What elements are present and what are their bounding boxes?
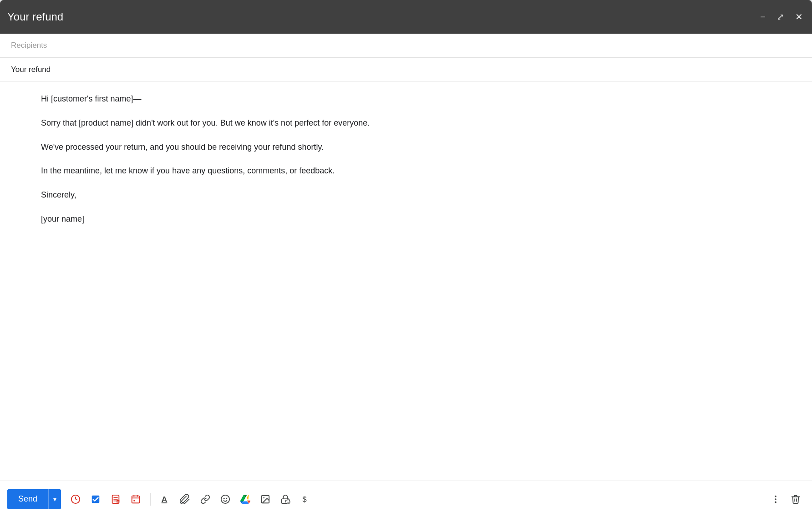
- confidential-icon: ⏱: [280, 494, 290, 504]
- email-content-area[interactable]: Hi [customer's first name]— Sorry that […: [0, 81, 812, 481]
- compose-body: Recipients Your refund Hi [customer's fi…: [0, 34, 812, 481]
- calendar-icon: [131, 494, 141, 504]
- toolbar: Send ▾: [0, 481, 812, 517]
- send-dropdown-button[interactable]: ▾: [48, 489, 61, 509]
- email-line1: Sorry that [product name] didn't work ou…: [41, 117, 771, 130]
- drive-button[interactable]: [236, 490, 254, 508]
- svg-point-28: [775, 501, 776, 503]
- schedule-send-button[interactable]: [66, 490, 85, 508]
- svg-point-26: [775, 495, 776, 497]
- minimize-button[interactable]: −: [758, 10, 767, 23]
- compose-window: Your refund − ⤢ ✕ Recipients Your refund…: [0, 0, 812, 517]
- compose-header: Your refund − ⤢ ✕: [0, 0, 812, 34]
- image-icon: [260, 494, 270, 504]
- svg-text:+: +: [117, 500, 118, 502]
- popout-button[interactable]: ⤢: [775, 10, 786, 23]
- header-controls: − ⤢ ✕: [758, 10, 805, 23]
- window-title: Your refund: [7, 10, 63, 23]
- svg-text:$: $: [303, 495, 307, 503]
- format-text-button[interactable]: A: [156, 490, 174, 508]
- svg-point-27: [775, 498, 776, 500]
- svg-rect-10: [132, 496, 140, 503]
- close-button[interactable]: ✕: [793, 10, 805, 23]
- svg-rect-14: [133, 499, 135, 501]
- emoji-icon: [220, 494, 230, 504]
- svg-text:⏱: ⏱: [286, 500, 289, 504]
- subject-row[interactable]: Your refund: [0, 58, 812, 81]
- recipients-placeholder: Recipients: [11, 41, 47, 50]
- signature-button[interactable]: $: [296, 490, 315, 508]
- insert-link-button[interactable]: [196, 490, 214, 508]
- email-closing: Sincerely,: [41, 188, 771, 202]
- svg-point-16: [221, 495, 229, 503]
- send-button[interactable]: Send: [7, 489, 48, 509]
- send-button-group: Send ▾: [7, 489, 61, 509]
- task-button[interactable]: [86, 490, 105, 508]
- emoji-button[interactable]: [216, 490, 234, 508]
- task-icon: [91, 494, 101, 504]
- notes-icon: +: [111, 494, 121, 504]
- confidential-button[interactable]: ⏱: [276, 490, 294, 508]
- notes-button[interactable]: +: [107, 490, 125, 508]
- email-line3: In the meantime, let me know if you have…: [41, 164, 771, 177]
- svg-text:A: A: [162, 495, 167, 504]
- recipients-row[interactable]: Recipients: [0, 34, 812, 58]
- calendar-button[interactable]: [127, 490, 145, 508]
- chevron-down-icon: ▾: [53, 496, 56, 503]
- email-line2: We've processed your return, and you sho…: [41, 141, 771, 154]
- svg-point-17: [223, 497, 225, 499]
- svg-point-18: [226, 497, 227, 499]
- link-icon: [200, 494, 210, 504]
- more-options-button[interactable]: [766, 490, 785, 508]
- drive-icon: [240, 494, 250, 504]
- more-options-icon: [771, 494, 781, 504]
- attach-icon: [180, 494, 190, 504]
- svg-point-20: [263, 497, 264, 498]
- delete-icon: [791, 494, 801, 504]
- attach-file-button[interactable]: [176, 490, 194, 508]
- toolbar-divider-1: [150, 493, 151, 506]
- subject-text: Your refund: [11, 65, 51, 74]
- schedule-send-icon: [71, 494, 81, 504]
- email-signature: [your name]: [41, 213, 771, 226]
- email-greeting: Hi [customer's first name]—: [41, 92, 771, 106]
- format-text-icon: A: [160, 494, 170, 504]
- delete-button[interactable]: [787, 490, 805, 508]
- insert-image-button[interactable]: [256, 490, 274, 508]
- signature-icon: $: [300, 494, 310, 504]
